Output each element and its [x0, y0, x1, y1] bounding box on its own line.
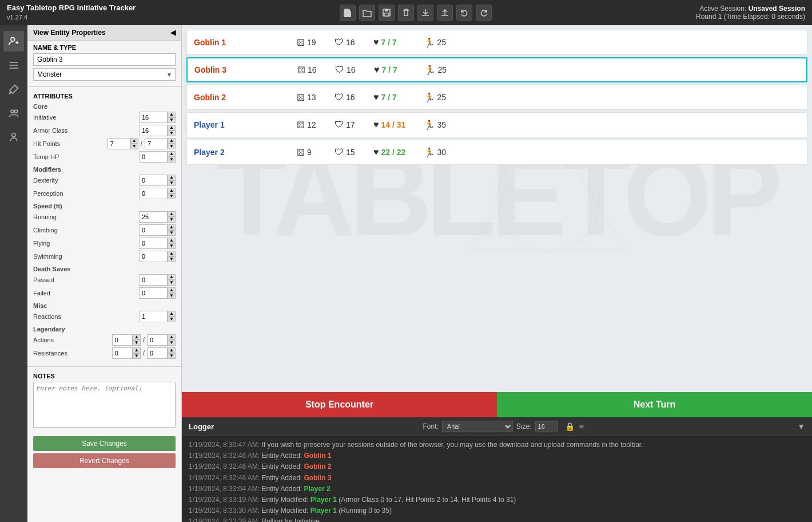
- entity-type-select[interactable]: Monster Player NPC: [33, 68, 176, 81]
- combatant-row[interactable]: Goblin 1 ⚄ 19 🛡 16 ♥ 7 / 7 🏃 25: [186, 30, 807, 55]
- download-button[interactable]: [417, 5, 433, 21]
- passed-input[interactable]: [139, 274, 168, 286]
- resist-max-up[interactable]: ▲: [168, 347, 176, 353]
- revert-changes-button[interactable]: Revert Changes: [33, 453, 176, 468]
- resistances-current-input[interactable]: [112, 347, 133, 359]
- font-label: Font:: [423, 422, 438, 430]
- failed-up[interactable]: ▲: [168, 287, 176, 293]
- armor-class-down[interactable]: ▼: [168, 130, 176, 136]
- dexterity-input[interactable]: [139, 175, 168, 186]
- dex-down[interactable]: ▼: [168, 180, 176, 186]
- actions-cur-up[interactable]: ▲: [133, 334, 141, 340]
- temp-hp-up[interactable]: ▲: [168, 151, 176, 157]
- core-label: Core: [33, 103, 176, 110]
- svg-point-10: [12, 133, 16, 137]
- swimming-up[interactable]: ▲: [168, 251, 176, 256]
- hp-max-down[interactable]: ▼: [168, 144, 176, 149]
- flying-down[interactable]: ▼: [168, 243, 176, 249]
- armor-class-up[interactable]: ▲: [168, 125, 176, 130]
- sidebar-person[interactable]: [3, 127, 24, 148]
- initiative-input[interactable]: [139, 112, 168, 123]
- resistances-max-input[interactable]: [147, 347, 168, 359]
- resist-cur-up[interactable]: ▲: [133, 347, 141, 353]
- swimming-label: Swimming: [33, 253, 139, 260]
- temp-hp-down[interactable]: ▼: [168, 157, 176, 163]
- combatant-row[interactable]: Goblin 2 ⚄ 13 🛡 16 ♥ 7 / 7 🏃 25: [186, 85, 807, 110]
- new-file-button[interactable]: [340, 5, 356, 21]
- sidebar-list[interactable]: [3, 55, 24, 76]
- initiative-stat: ⚄ 19: [297, 37, 321, 48]
- notes-label: NOTES: [33, 373, 176, 379]
- climbing-input[interactable]: [139, 224, 168, 236]
- logger-size-input[interactable]: [535, 421, 558, 432]
- redo-button[interactable]: [476, 5, 492, 21]
- delete-button[interactable]: [398, 5, 414, 21]
- passed-up[interactable]: ▲: [168, 274, 176, 280]
- die-icon: ⚄: [297, 65, 305, 76]
- speed-stat: 🏃 25: [424, 65, 452, 76]
- resist-cur-down[interactable]: ▼: [133, 353, 141, 359]
- dex-up[interactable]: ▲: [168, 175, 176, 180]
- sidebar-group[interactable]: [3, 103, 24, 124]
- passed-down[interactable]: ▼: [168, 280, 176, 286]
- speed-stat: 🏃 25: [424, 92, 451, 103]
- actions-current-input[interactable]: [112, 334, 133, 346]
- failed-down[interactable]: ▼: [168, 293, 176, 299]
- running-down[interactable]: ▼: [168, 217, 176, 223]
- resist-max-down[interactable]: ▼: [168, 353, 176, 359]
- open-file-button[interactable]: [359, 5, 375, 21]
- actions-cur-down[interactable]: ▼: [133, 340, 141, 346]
- encounter-buttons: Stop Encounter Next Turn: [182, 392, 812, 417]
- entity-name-input[interactable]: [33, 53, 176, 66]
- lock-icon[interactable]: 🔒: [565, 422, 575, 431]
- name-type-label: NAME & TYPE: [33, 44, 176, 51]
- die-icon: ⚄: [297, 37, 305, 48]
- combatant-row[interactable]: Player 1 ⚄ 12 🛡 17 ♥ 14 / 31 🏃 35: [186, 112, 807, 137]
- hp-current-down[interactable]: ▼: [130, 144, 138, 149]
- notes-textarea[interactable]: [33, 382, 176, 428]
- sidebar-add-user[interactable]: [3, 31, 24, 52]
- actions-max-down[interactable]: ▼: [168, 340, 176, 346]
- combatant-name: Player 2: [194, 148, 297, 157]
- reactions-up[interactable]: ▲: [168, 311, 176, 317]
- climbing-down[interactable]: ▼: [168, 230, 176, 236]
- combatant-row[interactable]: Goblin 3 ⚄ 16 🛡 16 ♥ 7 / 7 🏃 25: [186, 57, 807, 82]
- armor-class-input[interactable]: [139, 125, 168, 136]
- reactions-down[interactable]: ▼: [168, 317, 176, 322]
- flying-up[interactable]: ▲: [168, 238, 176, 243]
- boot-icon: 🏃: [424, 65, 436, 76]
- swimming-input[interactable]: [139, 251, 168, 262]
- running-up[interactable]: ▲: [168, 211, 176, 217]
- stop-encounter-button[interactable]: Stop Encounter: [182, 392, 497, 417]
- climbing-up[interactable]: ▲: [168, 224, 176, 230]
- perc-up[interactable]: ▲: [168, 188, 176, 193]
- actions-max-input[interactable]: [147, 334, 168, 346]
- swimming-down[interactable]: ▼: [168, 256, 176, 262]
- flying-input[interactable]: [139, 238, 168, 249]
- hp-current-up[interactable]: ▲: [130, 138, 138, 144]
- hp-current-input[interactable]: [108, 138, 130, 149]
- undo-button[interactable]: [456, 5, 472, 21]
- running-input[interactable]: [139, 211, 168, 223]
- collapse-panel-icon[interactable]: ◀: [170, 29, 176, 37]
- failed-input[interactable]: [139, 287, 168, 299]
- initiative-down[interactable]: ▼: [168, 117, 176, 123]
- upload-button[interactable]: [437, 5, 453, 21]
- reactions-input[interactable]: [139, 311, 168, 322]
- hp-max-up[interactable]: ▲: [168, 138, 176, 144]
- actions-max-up[interactable]: ▲: [168, 334, 176, 340]
- perception-input[interactable]: [139, 188, 168, 199]
- combatant-row[interactable]: Player 2 ⚄ 9 🛡 15 ♥ 22 / 22 🏃 30: [186, 140, 807, 165]
- hp-max-input[interactable]: [145, 138, 168, 149]
- collapse-logger-icon[interactable]: ▼: [797, 422, 805, 431]
- next-turn-button[interactable]: Next Turn: [497, 392, 812, 417]
- menu-icon[interactable]: ≡: [579, 422, 584, 431]
- boot-icon: 🏃: [424, 120, 435, 130]
- sidebar-combat[interactable]: [3, 79, 24, 100]
- save-changes-button[interactable]: Save Changes: [33, 436, 176, 451]
- save-file-button[interactable]: [379, 5, 395, 21]
- temp-hp-input[interactable]: [139, 151, 168, 163]
- logger-font-select[interactable]: Arial Times New Roman Courier New: [442, 421, 513, 432]
- initiative-up[interactable]: ▲: [168, 112, 176, 117]
- perc-down[interactable]: ▼: [168, 193, 176, 199]
